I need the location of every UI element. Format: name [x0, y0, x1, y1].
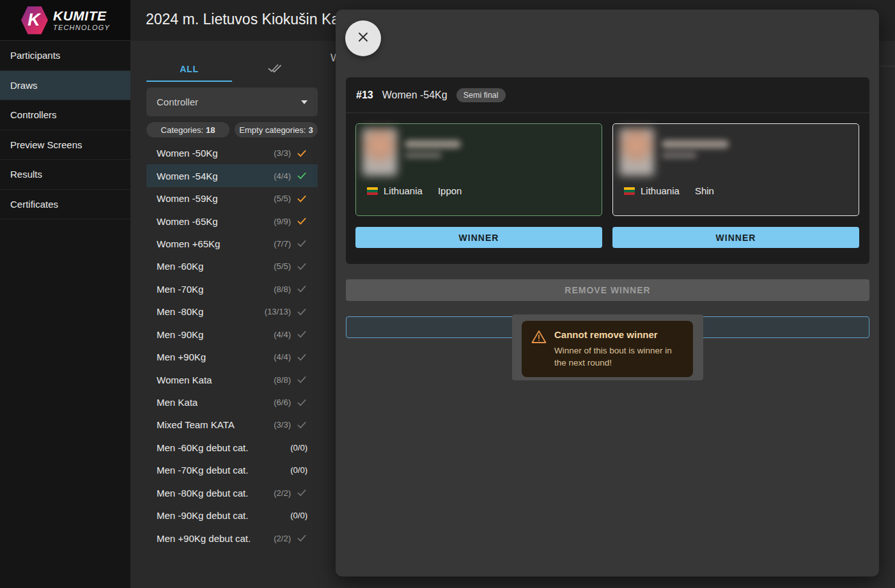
bout-category: Women -54Kg: [382, 89, 447, 101]
category-row[interactable]: Women -65Kg(9/9): [146, 210, 318, 232]
check-icon: [296, 329, 307, 340]
category-row[interactable]: Men -70Kg(8/8): [146, 278, 318, 300]
category-count: (0/0): [290, 465, 307, 475]
round-badge: Semi final: [456, 88, 506, 102]
category-row[interactable]: Men Kata(6/6): [146, 391, 318, 414]
cannot-remove-winner-tooltip: Cannot remove winner Winner of this bout…: [522, 321, 693, 377]
category-row[interactable]: Women Kata(8/8): [146, 368, 318, 391]
check-icon: [296, 238, 307, 249]
category-count: (8/8): [274, 284, 291, 294]
bout-card: #13 Women -54Kg Semi final Lithuania Ipp…: [346, 77, 869, 264]
check-icon: [296, 170, 307, 182]
active-tab-indicator: [146, 81, 232, 82]
bout-dialog: #13 Women -54Kg Semi final Lithuania Ipp…: [336, 10, 879, 576]
sidebar-item-label: Participants: [10, 50, 60, 61]
category-row[interactable]: Men -60Kg(5/5): [146, 255, 318, 277]
winner-button-right[interactable]: WINNER: [612, 227, 859, 248]
category-name: Men -90Kg: [157, 329, 270, 340]
category-name: Women -59Kg: [157, 193, 270, 204]
competitor-name-blurred: [405, 140, 461, 148]
sidebar-item-results[interactable]: Results: [0, 160, 130, 190]
check-icon: [296, 306, 307, 318]
competitor-country: Lithuania: [384, 185, 423, 196]
category-name: Men +90Kg: [157, 352, 270, 362]
category-name: Women +65Kg: [157, 238, 270, 249]
competitor-photo-blurred: [619, 128, 654, 176]
category-row[interactable]: Men +90Kg(4/4): [146, 346, 318, 368]
tab-completed[interactable]: [232, 56, 318, 82]
category-row[interactable]: Women -59Kg(5/5): [146, 187, 318, 210]
category-row[interactable]: Men -80Kg(13/13): [146, 300, 318, 323]
category-count: (4/4): [274, 330, 291, 339]
category-row[interactable]: Women -50Kg(3/3): [146, 142, 318, 164]
category-count: (0/0): [290, 511, 307, 520]
category-name: Men -70Kg debut cat.: [157, 465, 286, 476]
sidebar-item-preview-screens[interactable]: Preview Screens: [0, 130, 130, 160]
sidebar-item-participants[interactable]: Participants: [0, 41, 130, 71]
check-icon: [296, 193, 307, 205]
sidebar-item-draws[interactable]: Draws: [0, 71, 130, 101]
warning-icon: [531, 330, 547, 344]
category-row[interactable]: Women +65Kg(7/7): [146, 233, 318, 255]
competitor-card-winner[interactable]: Lithuania Ippon: [355, 123, 602, 216]
sidebar-item-label: Controllers: [10, 109, 57, 120]
close-icon: [356, 30, 370, 47]
categories-count-chip: Categories:18: [146, 122, 230, 137]
category-name: Men -80Kg: [157, 306, 261, 317]
category-row[interactable]: Men -60Kg debut cat.(0/0): [146, 437, 318, 459]
check-icon: [296, 261, 307, 272]
brand-hexagon-icon: K: [21, 6, 48, 35]
category-row[interactable]: Men -80Kg debut cat.(2/2): [146, 482, 318, 504]
brand-name: KUMITE: [53, 9, 110, 22]
check-icon: [296, 532, 307, 544]
controller-select[interactable]: Controller: [146, 88, 318, 116]
check-icon: [296, 352, 307, 363]
competitor-club: Shin: [695, 185, 714, 196]
check-icon: [296, 397, 307, 408]
category-count: (5/5): [274, 194, 291, 203]
sidebar-item-certificates[interactable]: Certificates: [0, 190, 130, 220]
sidebar-item-label: Preview Screens: [10, 139, 82, 150]
tooltip-title: Cannot remove winner: [554, 329, 684, 340]
category-row[interactable]: Men -90Kg debut cat.(0/0): [146, 504, 318, 527]
category-row[interactable]: Men -70Kg debut cat.(0/0): [146, 459, 318, 481]
category-name: Women -54Kg: [157, 171, 270, 182]
tooltip-body: Winner of this bout is winner in the nex…: [554, 344, 684, 369]
category-count: (8/8): [274, 375, 291, 385]
sidebar-nav: ParticipantsDrawsControllersPreview Scre…: [0, 41, 130, 219]
category-name: Men +90Kg debut cat.: [157, 533, 270, 544]
controller-select-label: Controller: [157, 97, 301, 107]
category-name: Men -80Kg debut cat.: [157, 488, 270, 499]
category-count: (5/5): [274, 261, 291, 271]
close-button[interactable]: [345, 20, 381, 56]
chevron-down-icon: [301, 100, 307, 104]
category-name: Men Kata: [157, 397, 270, 408]
check-icon: [296, 374, 307, 385]
competitor-name-blurred: [662, 140, 729, 148]
category-count: (0/0): [290, 443, 307, 453]
sidebar: K KUMITE TECHNOLOGY ParticipantsDrawsCon…: [0, 0, 130, 588]
category-name: Men -70Kg: [157, 284, 270, 295]
competitor-card[interactable]: Lithuania Shin: [612, 123, 859, 216]
category-tabs: ALL: [146, 56, 318, 82]
bout-header: #13 Women -54Kg Semi final: [346, 77, 869, 113]
bout-number: #13: [356, 89, 373, 101]
check-icon: [296, 419, 307, 431]
category-row[interactable]: Men -90Kg(4/4): [146, 323, 318, 346]
category-row[interactable]: Women -54Kg(4/4): [146, 164, 318, 187]
category-name: Women -65Kg: [157, 216, 270, 227]
sidebar-item-label: Draws: [10, 80, 38, 91]
competitor-detail-blurred: [405, 152, 442, 159]
tab-all[interactable]: ALL: [146, 56, 232, 82]
remove-winner-button[interactable]: REMOVE WINNER: [346, 279, 869, 301]
category-row[interactable]: Men +90Kg debut cat.(2/2): [146, 527, 318, 549]
brand-logo: K KUMITE TECHNOLOGY: [0, 0, 130, 41]
category-count: (2/2): [274, 488, 291, 498]
category-list: Women -50Kg(3/3)Women -54Kg(4/4)Women -5…: [146, 142, 318, 550]
category-count: (3/3): [274, 148, 291, 158]
app-root: 2024 m. Lietuvos Kiokušin Karate čempion…: [0, 0, 895, 588]
category-count: (4/4): [274, 352, 291, 362]
category-row[interactable]: Mixed Team KATA(3/3): [146, 414, 318, 436]
winner-button-left[interactable]: WINNER: [355, 227, 602, 248]
sidebar-item-controllers[interactable]: Controllers: [0, 100, 130, 130]
